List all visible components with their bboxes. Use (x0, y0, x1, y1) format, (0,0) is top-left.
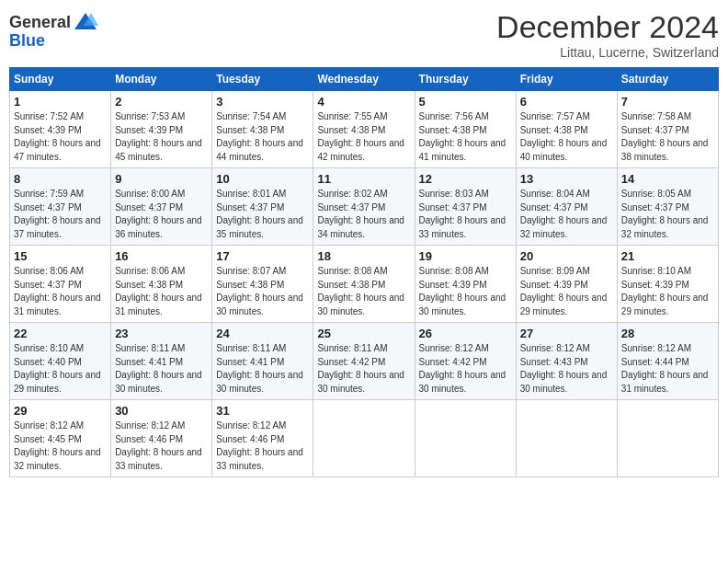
calendar-cell: 24 Sunrise: 8:11 AM Sunset: 4:41 PM Dayl… (212, 323, 313, 400)
day-info: Sunrise: 8:08 AM Sunset: 4:38 PM Dayligh… (317, 265, 410, 318)
logo-general-text: General (9, 13, 71, 32)
col-header-saturday: Saturday (617, 68, 718, 91)
calendar-cell: 1 Sunrise: 7:52 AM Sunset: 4:39 PM Dayli… (10, 91, 111, 168)
calendar-cell: 8 Sunrise: 7:59 AM Sunset: 4:37 PM Dayli… (10, 168, 111, 246)
calendar-week-row: 8 Sunrise: 7:59 AM Sunset: 4:37 PM Dayli… (10, 168, 719, 246)
day-number: 4 (317, 95, 410, 109)
col-header-monday: Monday (111, 68, 212, 91)
logo: General Blue (9, 9, 98, 51)
day-number: 21 (621, 249, 714, 263)
day-info: Sunrise: 7:54 AM Sunset: 4:38 PM Dayligh… (216, 110, 309, 164)
day-info: Sunrise: 7:52 AM Sunset: 4:39 PM Dayligh… (14, 110, 107, 164)
day-info: Sunrise: 8:01 AM Sunset: 4:37 PM Dayligh… (216, 188, 309, 241)
title-block: December 2024 Littau, Lucerne, Switzerla… (496, 9, 719, 60)
calendar-cell: 9 Sunrise: 8:00 AM Sunset: 4:37 PM Dayli… (111, 168, 212, 246)
day-number: 12 (419, 172, 512, 186)
day-number: 30 (115, 404, 208, 418)
day-info: Sunrise: 8:12 AM Sunset: 4:44 PM Dayligh… (621, 342, 714, 396)
calendar-cell (617, 400, 718, 477)
col-header-friday: Friday (516, 68, 617, 91)
calendar-cell: 30 Sunrise: 8:12 AM Sunset: 4:46 PM Dayl… (111, 400, 212, 477)
calendar-table: SundayMondayTuesdayWednesdayThursdayFrid… (9, 67, 719, 477)
calendar-cell: 18 Sunrise: 8:08 AM Sunset: 4:38 PM Dayl… (313, 246, 415, 323)
col-header-sunday: Sunday (10, 68, 111, 91)
calendar-cell: 7 Sunrise: 7:58 AM Sunset: 4:37 PM Dayli… (617, 91, 718, 168)
calendar-cell (516, 400, 617, 477)
col-header-tuesday: Tuesday (212, 68, 313, 91)
day-info: Sunrise: 7:53 AM Sunset: 4:39 PM Dayligh… (115, 110, 208, 164)
calendar-cell: 2 Sunrise: 7:53 AM Sunset: 4:39 PM Dayli… (111, 91, 212, 168)
calendar-cell: 4 Sunrise: 7:55 AM Sunset: 4:38 PM Dayli… (313, 91, 415, 168)
page-header: General Blue December 2024 Littau, Lucer… (9, 9, 719, 60)
day-number: 14 (621, 172, 714, 186)
day-info: Sunrise: 8:03 AM Sunset: 4:37 PM Dayligh… (419, 188, 512, 241)
day-number: 7 (621, 95, 714, 109)
day-number: 8 (14, 172, 107, 186)
day-info: Sunrise: 8:11 AM Sunset: 4:41 PM Dayligh… (115, 342, 208, 396)
calendar-cell: 12 Sunrise: 8:03 AM Sunset: 4:37 PM Dayl… (415, 168, 516, 246)
calendar-cell: 19 Sunrise: 8:08 AM Sunset: 4:39 PM Dayl… (415, 246, 516, 323)
calendar-cell: 5 Sunrise: 7:56 AM Sunset: 4:38 PM Dayli… (415, 91, 516, 168)
day-info: Sunrise: 8:12 AM Sunset: 4:43 PM Dayligh… (520, 342, 613, 396)
day-info: Sunrise: 7:56 AM Sunset: 4:38 PM Dayligh… (419, 110, 512, 164)
calendar-cell (415, 400, 516, 477)
calendar-cell: 17 Sunrise: 8:07 AM Sunset: 4:38 PM Dayl… (212, 246, 313, 323)
day-number: 19 (419, 249, 512, 263)
day-number: 26 (419, 327, 512, 340)
day-number: 15 (14, 249, 107, 263)
day-info: Sunrise: 8:12 AM Sunset: 4:42 PM Dayligh… (419, 342, 512, 396)
day-info: Sunrise: 7:59 AM Sunset: 4:37 PM Dayligh… (14, 188, 107, 241)
day-number: 10 (216, 172, 309, 186)
day-info: Sunrise: 8:08 AM Sunset: 4:39 PM Dayligh… (419, 265, 512, 318)
calendar-cell: 25 Sunrise: 8:11 AM Sunset: 4:42 PM Dayl… (313, 323, 415, 400)
day-number: 11 (317, 172, 410, 186)
calendar-cell: 29 Sunrise: 8:12 AM Sunset: 4:45 PM Dayl… (10, 400, 111, 477)
day-number: 16 (115, 249, 208, 263)
calendar-week-row: 22 Sunrise: 8:10 AM Sunset: 4:40 PM Dayl… (10, 323, 719, 400)
day-number: 6 (520, 95, 613, 109)
day-number: 25 (317, 327, 410, 340)
day-info: Sunrise: 8:00 AM Sunset: 4:37 PM Dayligh… (115, 188, 208, 241)
calendar-cell: 27 Sunrise: 8:12 AM Sunset: 4:43 PM Dayl… (516, 323, 617, 400)
day-number: 13 (520, 172, 613, 186)
calendar-week-row: 15 Sunrise: 8:06 AM Sunset: 4:37 PM Dayl… (10, 246, 719, 323)
day-info: Sunrise: 8:02 AM Sunset: 4:37 PM Dayligh… (317, 188, 410, 241)
day-info: Sunrise: 8:11 AM Sunset: 4:41 PM Dayligh… (216, 342, 309, 396)
calendar-cell: 3 Sunrise: 7:54 AM Sunset: 4:38 PM Dayli… (212, 91, 313, 168)
col-header-wednesday: Wednesday (313, 68, 415, 91)
day-number: 23 (115, 327, 208, 340)
day-info: Sunrise: 7:57 AM Sunset: 4:38 PM Dayligh… (520, 110, 613, 164)
day-number: 9 (115, 172, 208, 186)
day-info: Sunrise: 8:12 AM Sunset: 4:45 PM Dayligh… (14, 419, 107, 473)
col-header-thursday: Thursday (415, 68, 516, 91)
day-number: 27 (520, 327, 613, 340)
day-number: 22 (14, 327, 107, 340)
calendar-cell (313, 400, 415, 477)
calendar-cell: 6 Sunrise: 7:57 AM Sunset: 4:38 PM Dayli… (516, 91, 617, 168)
calendar-cell: 20 Sunrise: 8:09 AM Sunset: 4:39 PM Dayl… (516, 246, 617, 323)
calendar-cell: 31 Sunrise: 8:12 AM Sunset: 4:46 PM Dayl… (212, 400, 313, 477)
day-info: Sunrise: 8:12 AM Sunset: 4:46 PM Dayligh… (115, 419, 208, 473)
calendar-cell: 22 Sunrise: 8:10 AM Sunset: 4:40 PM Dayl… (10, 323, 111, 400)
calendar-week-row: 29 Sunrise: 8:12 AM Sunset: 4:45 PM Dayl… (10, 400, 719, 477)
day-number: 3 (216, 95, 309, 109)
day-info: Sunrise: 8:05 AM Sunset: 4:37 PM Dayligh… (621, 188, 714, 241)
day-number: 1 (14, 95, 107, 109)
day-number: 2 (115, 95, 208, 109)
calendar-cell: 23 Sunrise: 8:11 AM Sunset: 4:41 PM Dayl… (111, 323, 212, 400)
calendar-header-row: SundayMondayTuesdayWednesdayThursdayFrid… (10, 68, 719, 91)
logo-icon (73, 9, 98, 35)
day-info: Sunrise: 8:07 AM Sunset: 4:38 PM Dayligh… (216, 265, 309, 318)
day-number: 29 (14, 404, 107, 418)
day-number: 20 (520, 249, 613, 263)
calendar-cell: 10 Sunrise: 8:01 AM Sunset: 4:37 PM Dayl… (212, 168, 313, 246)
month-title: December 2024 (496, 9, 719, 45)
calendar-cell: 11 Sunrise: 8:02 AM Sunset: 4:37 PM Dayl… (313, 168, 415, 246)
calendar-cell: 28 Sunrise: 8:12 AM Sunset: 4:44 PM Dayl… (617, 323, 718, 400)
day-info: Sunrise: 8:10 AM Sunset: 4:40 PM Dayligh… (14, 342, 107, 396)
day-number: 31 (216, 404, 309, 418)
day-info: Sunrise: 7:58 AM Sunset: 4:37 PM Dayligh… (621, 110, 714, 164)
calendar-week-row: 1 Sunrise: 7:52 AM Sunset: 4:39 PM Dayli… (10, 91, 719, 168)
day-number: 18 (317, 249, 410, 263)
day-number: 24 (216, 327, 309, 340)
